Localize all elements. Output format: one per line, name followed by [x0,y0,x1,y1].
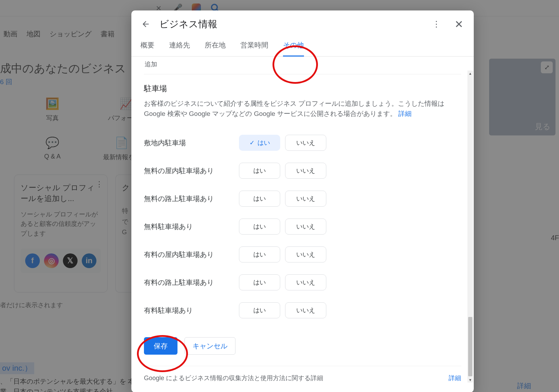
attr-label: 敷地内駐車場 [144,138,232,148]
attr-label: 無料駐車場あり [144,222,232,231]
chip-yes[interactable]: はい [239,191,280,207]
save-button[interactable]: 保存 [144,337,177,355]
scrollbar[interactable]: ▲ ▼ [467,71,473,383]
chip-no[interactable]: いいえ [285,219,326,235]
attr-row: 有料の屋内駐車場ありはいいいえ [144,246,461,262]
chip-no[interactable]: いいえ [285,191,326,207]
chip-yes-label: はい [253,167,266,175]
modal-title: ビジネス情報 [159,18,423,30]
section-description: お客様のビジネスについて紹介する属性をビジネス プロフィールに追加しましょう。こ… [144,99,461,119]
chip-yes[interactable]: はい [239,274,280,290]
footer-text: Google によるビジネス情報の収集方法と使用方法に関する詳細 [144,374,323,382]
attr-label: 有料駐車場あり [144,306,232,315]
chip-no[interactable]: いいえ [285,135,326,151]
chip-yes[interactable]: はい [239,163,280,179]
attr-row: 有料の路上駐車場ありはいいいえ [144,274,461,290]
chip-no-label: いいえ [296,194,315,203]
chip-yes[interactable]: はい [239,302,280,318]
chip-no-label: いいえ [296,250,315,259]
chip-no-label: いいえ [296,222,315,231]
chip-yes[interactable]: はい [239,219,280,235]
tab-overview[interactable]: 概要 [140,40,154,56]
chip-yes-label: はい [253,250,266,259]
attr-row: 有料駐車場ありはいいいえ [144,302,461,318]
more-vert-icon: ⋮ [432,19,441,29]
chip-yes-label: はい [253,222,266,231]
chip-yes-label: はい [253,278,266,287]
section-title-parking: 駐車場 [144,83,461,94]
chip-yes-label: はい [257,139,270,147]
tab-location[interactable]: 所在地 [205,40,226,56]
attr-row: 無料の屋内駐車場ありはいいいえ [144,163,461,179]
attr-label: 無料の屋内駐車場あり [144,166,232,176]
learn-more-link[interactable]: 詳細 [398,110,412,117]
chip-no-label: いいえ [296,278,315,287]
action-row: 保存 キャンセル [144,337,461,355]
tab-hours[interactable]: 営業時間 [240,40,268,56]
modal-footer: Google によるビジネス情報の収集方法と使用方法に関する詳細 詳細 [144,366,461,382]
chip-no[interactable]: いいえ [285,274,326,290]
chip-yes-label: はい [253,194,266,203]
chip-yes-label: はい [253,306,266,315]
check-icon: ✓ [249,139,255,147]
chip-no[interactable]: いいえ [285,246,326,262]
modal-more-button[interactable]: ⋮ [430,18,442,30]
chip-yes[interactable]: はい [239,246,280,262]
chip-no[interactable]: いいえ [285,302,326,318]
attribute-rows: 敷地内駐車場✓はいいいえ無料の屋内駐車場ありはいいいえ無料の路上駐車場ありはいい… [144,135,461,318]
arrow-left-icon [141,20,150,29]
attr-label: 有料の屋内駐車場あり [144,250,232,259]
chip-yes[interactable]: ✓はい [239,135,280,151]
chip-group: はいいいえ [239,219,326,235]
chip-no-label: いいえ [296,139,315,147]
attr-row: 無料の路上駐車場ありはいいいえ [144,191,461,207]
footer-detail-link[interactable]: 詳細 [449,374,461,382]
chip-no-label: いいえ [296,306,315,315]
scrollbar-thumb[interactable] [468,317,472,376]
attr-row: 無料駐車場ありはいいいえ [144,219,461,235]
prev-section-tail: 追加 [144,58,461,74]
attr-label: 有料の路上駐車場あり [144,278,232,287]
chip-no[interactable]: いいえ [285,163,326,179]
back-button[interactable] [139,17,152,31]
chip-group: はいいいえ [239,163,326,179]
tab-contact[interactable]: 連絡先 [169,40,190,56]
chip-group: はいいいえ [239,302,326,318]
modal-header: ビジネス情報 ⋮ ✕ [131,10,474,34]
scroll-up-icon[interactable]: ▲ [467,71,473,76]
modal-tabs: 概要 連絡先 所在地 営業時間 その他 [131,34,474,57]
chip-group: はいいいえ [239,274,326,290]
scroll-area: 追加 駐車場 お客様のビジネスについて紹介する属性をビジネス プロフィールに追加… [144,57,461,386]
scroll-down-icon[interactable]: ▼ [467,377,473,383]
modal-close-button[interactable]: ✕ [453,18,465,30]
chip-group: ✓はいいいえ [239,135,326,151]
tab-more[interactable]: その他 [283,40,304,57]
cancel-button[interactable]: キャンセル [184,337,235,355]
business-info-modal: ビジネス情報 ⋮ ✕ 概要 連絡先 所在地 営業時間 その他 追加 駐車場 お客… [131,10,474,392]
attr-label: 無料の路上駐車場あり [144,194,232,204]
chip-no-label: いいえ [296,167,315,175]
chip-group: はいいいえ [239,246,326,262]
chip-group: はいいいえ [239,191,326,207]
modal-body: 追加 駐車場 お客様のビジネスについて紹介する属性をビジネス プロフィールに追加… [131,57,474,386]
attr-row: 敷地内駐車場✓はいいいえ [144,135,461,151]
close-icon: ✕ [455,18,463,30]
